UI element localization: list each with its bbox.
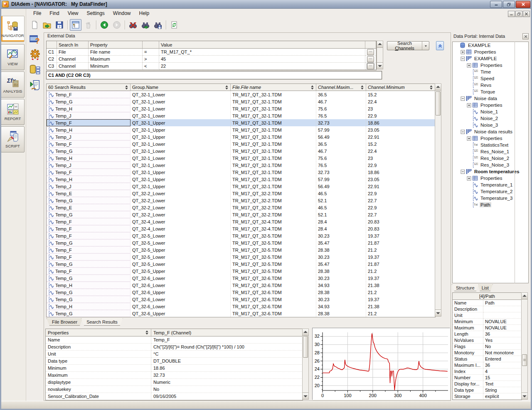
scroll-up-button[interactable] [377, 41, 383, 48]
menu-view[interactable]: View [64, 9, 83, 17]
sidebar-item-navigator[interactable]: NAVIGATOR [1, 16, 25, 42]
collapse-icon[interactable] [461, 96, 465, 101]
table-row[interactable]: Temp_FQT_32-1_LowerTR_M17_QT_32-1.TDM36.… [47, 140, 435, 147]
save-file-button[interactable]: ? [54, 19, 65, 31]
expand-icon[interactable] [467, 103, 471, 108]
tree-node[interactable]: Properties [453, 135, 528, 142]
condition-cell[interactable]: < [143, 63, 159, 70]
restore-button[interactable] [503, 1, 515, 8]
table-row[interactable]: Temp_JQT_32-1_LowerTR_M17_QT_32-1.TDM76.… [47, 112, 435, 119]
table-row[interactable]: Temp_FQT_32-5_UpperTR_M17_QT_32-5.TDM28.… [47, 268, 435, 275]
tree-node[interactable]: Room temperatures [453, 168, 528, 175]
open-file-button[interactable] [41, 19, 53, 31]
tab-list[interactable]: List [478, 284, 493, 291]
tree-node[interactable]: Temperature_3 [453, 195, 528, 201]
tree-node[interactable]: TxtStatisticsText [453, 142, 528, 148]
condition-browse-button[interactable]: ... [367, 49, 374, 55]
tree-node[interactable]: Properties [453, 175, 528, 182]
menu-find[interactable]: Find [45, 9, 63, 17]
table-row[interactable]: Temp_HQT_32-1_UpperTR_M17_QT_32-1.TDM57.… [47, 126, 435, 133]
table-row[interactable]: Temp_GQT_32-6_UpperTR_M17_QT_32-6.TDM28.… [47, 289, 435, 296]
portal-property-row[interactable]: Data typeString [453, 387, 522, 393]
table-row[interactable]: Temp_JQT_32-1_LowerTR_M17_QT_32-1.TDM76.… [47, 162, 435, 169]
results-column-header[interactable]: Channel.Maxim... [316, 84, 366, 91]
script-deploy-button[interactable] [29, 79, 41, 91]
portal-property-row[interactable]: Length36 [453, 331, 522, 337]
tree-view-button[interactable] [70, 19, 81, 31]
portal-property-row[interactable]: NoValuesYes [453, 337, 522, 344]
table-row[interactable]: Temp_HQT_32-1_LowerTR_M17_QT_32-1.TDM75.… [47, 105, 435, 112]
portal-property-row[interactable]: Storageexplicit [453, 393, 522, 400]
table-row[interactable]: Temp_GQT_32-6_LowerTR_M17_QT_32-6.TDM30.… [47, 275, 435, 282]
results-column-header[interactable]: Channel.Minimum [366, 84, 435, 91]
property-row[interactable]: Sensor_Calibration_Date09/16/2005 [46, 393, 303, 400]
portal-property-row[interactable]: Number15 [453, 375, 522, 381]
table-row[interactable]: Temp_FQT_32-1_UpperTR_M17_QT_32-1.TDM32.… [47, 169, 435, 176]
sidebar-item-script[interactable]: SCRIPT [1, 126, 25, 152]
tree-node[interactable]: 123Torque [453, 88, 528, 95]
tree-node[interactable]: 123Speed [453, 75, 528, 82]
condition-cell[interactable]: C1 [47, 49, 57, 56]
properties-header-left[interactable]: Properties [46, 329, 151, 336]
data-store-button[interactable] [29, 64, 41, 76]
results-scrollbar[interactable] [435, 83, 441, 317]
portal-property-row[interactable]: Description [453, 306, 522, 312]
condition-browse-button[interactable]: ... [367, 56, 374, 62]
table-row[interactable]: Temp_GQT_32-1_LowerTR_M17_QT_32-1.TDM46.… [47, 147, 435, 155]
search-load-button[interactable] [140, 19, 151, 31]
condition-cell[interactable]: = [143, 49, 159, 56]
condition-grid-scrollbar[interactable] [377, 41, 383, 69]
portal-property-row[interactable]: MinimumNOVALUE [453, 319, 522, 325]
sidebar-item-report[interactable]: txtREPORT [1, 99, 25, 125]
table-row[interactable]: Temp_FQT_32-1_LowerTR_M17_QT_32-1.TDM36.… [47, 91, 435, 98]
scroll-down-button[interactable] [435, 309, 441, 316]
portal-property-row[interactable]: Display for...Text [453, 381, 522, 387]
portal-property-row[interactable]: MaximumNOVALUE [453, 325, 522, 331]
table-row[interactable]: Temp_GQT_32-2_LowerTR_M17_QT_32-2.TDM52.… [47, 211, 435, 218]
expand-icon[interactable] [461, 50, 465, 54]
settings-gear-button[interactable] [29, 49, 41, 60]
condition-cell[interactable]: Maximum [89, 56, 143, 63]
scroll-up-button[interactable] [435, 84, 441, 91]
property-row[interactable]: NameTemp_F [46, 336, 303, 344]
tree-node[interactable]: EXAMPLE [453, 55, 528, 62]
minimize-button[interactable] [490, 1, 502, 8]
condition-cell[interactable]: > [143, 56, 159, 63]
table-row[interactable]: Temp_JQT_32-1_UpperTR_M17_QT_32-1.TDM56.… [47, 183, 435, 190]
tree-node[interactable]: 123Res_Noise_3 [453, 162, 528, 168]
property-row[interactable]: Unit°C [46, 351, 303, 358]
tab-file-browser[interactable]: File Browser [47, 318, 83, 326]
table-row[interactable]: Temp_HQT_32-6_LowerTR_M17_QT_32-6.TDM34.… [47, 303, 435, 310]
property-row[interactable]: Maximum32.73 [46, 372, 303, 379]
tree-node[interactable]: Noise_2 [453, 115, 528, 122]
table-row[interactable]: Temp_EQT_32-2_LowerTR_M17_QT_32-2.TDM46.… [47, 190, 435, 197]
sidebar-item-analysis[interactable]: ΣfxANALYSIS [1, 71, 25, 98]
close-button[interactable] [516, 1, 530, 8]
tree-node[interactable]: Temperature_1 [453, 182, 528, 188]
property-row[interactable]: Data typeDT_DOUBLE [46, 358, 303, 365]
table-row[interactable]: Temp_FQT_32-1_UpperTR_M17_QT_32-1.TDM32.… [47, 119, 435, 126]
condition-cell[interactable]: Channel [57, 56, 89, 63]
tree-node[interactable]: 123Revs [453, 82, 528, 88]
table-row[interactable]: Temp_HQT_32-1_UpperTR_M17_QT_32-1.TDM57.… [47, 176, 435, 183]
search-channels-dropdown[interactable] [422, 42, 429, 50]
tree-node[interactable]: Temperature_2 [453, 188, 528, 195]
table-row[interactable]: Temp_HQT_32-1_LowerTR_M17_QT_32-1.TDM75.… [47, 155, 435, 162]
tree-node[interactable]: TxtPath [453, 201, 528, 208]
expand-icon[interactable] [467, 63, 471, 68]
property-row[interactable]: novaluekeyNo [46, 386, 303, 393]
sidebar-item-view[interactable]: VIEW [1, 44, 25, 70]
tree-node[interactable]: Properties [453, 62, 528, 69]
condition-cell[interactable]: File name [89, 49, 143, 56]
portal-property-row[interactable]: StatusEntered [453, 356, 522, 362]
menu-settings[interactable]: Settings [82, 9, 108, 17]
table-row[interactable]: Temp_GQT_32-1_LowerTR_M17_QT_32-1.TDM46.… [47, 98, 435, 105]
table-row[interactable]: Temp_FQT_32-4_LowerTR_M17_QT_32-4.TDM28.… [47, 218, 435, 225]
scroll-up-button[interactable] [522, 293, 527, 300]
condition-browse-button[interactable]: ... [367, 63, 374, 69]
collapse-icon[interactable] [461, 169, 465, 174]
table-row[interactable]: Temp_FQT_32-4_LowerTR_M17_QT_32-4.TDM28.… [47, 225, 435, 232]
collapse-icon[interactable] [461, 56, 465, 61]
help-wizard-button[interactable]: ? [29, 33, 41, 45]
table-row[interactable]: Temp_GQT_32-5_LowerTR_M17_QT_32-5.TDM35.… [47, 260, 435, 268]
